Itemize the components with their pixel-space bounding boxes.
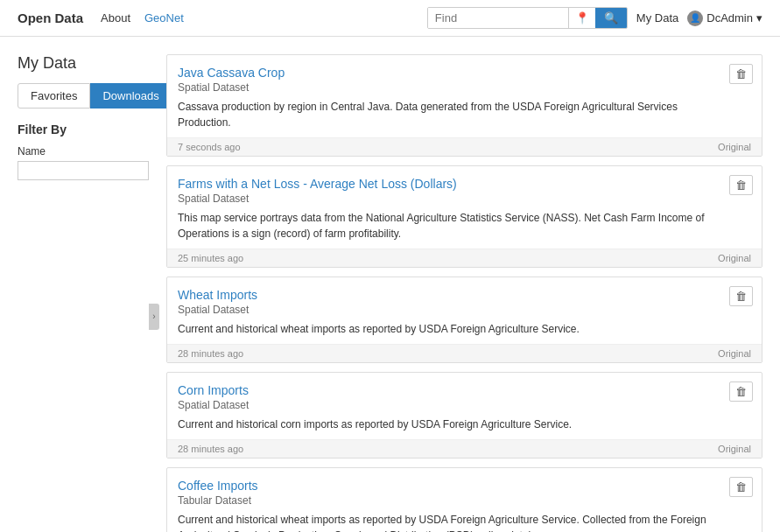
app-header: Open Data About GeoNet 📍 🔍 My Data 👤 DcA… [0,0,780,37]
delete-button[interactable]: 🗑 [729,64,753,84]
delete-button[interactable]: 🗑 [729,477,753,497]
dataset-card: Java Cassava Crop Spatial Dataset Cassav… [166,54,762,157]
header-right: 📍 🔍 My Data 👤 DcAdmin ▾ [427,7,762,29]
filter-name-input[interactable] [18,161,149,180]
filter-name-label: Name [18,145,149,158]
dataset-timestamp: 7 seconds ago [178,142,241,152]
dataset-type: Spatial Dataset [178,399,727,411]
dataset-title[interactable]: Farms with a Net Loss - Average Net Loss… [178,177,727,191]
dataset-title[interactable]: Coffee Imports [178,479,727,493]
tabs: Favorites Downloads [18,83,149,108]
dataset-source: Original [718,348,751,359]
header-nav: About GeoNet [101,11,427,24]
delete-button[interactable]: 🗑 [729,286,753,306]
sidebar: My Data Favorites Downloads Filter By Na… [18,54,149,532]
dataset-card: Corn Imports Spatial Dataset Current and… [166,372,762,458]
tab-favorites[interactable]: Favorites [18,83,90,108]
dataset-title[interactable]: Corn Imports [178,383,727,397]
delete-button[interactable]: 🗑 [729,175,753,195]
dataset-desc: Cassava production by region in Central … [178,99,727,130]
tab-downloads[interactable]: Downloads [90,83,172,108]
dataset-card: Coffee Imports Tabular Dataset Current a… [166,467,762,532]
dataset-timestamp: 28 minutes ago [178,444,243,454]
sidebar-title: My Data [18,54,149,73]
dataset-card-footer: 7 seconds ago Original [167,137,762,156]
dataset-card-body: Java Cassava Crop Spatial Dataset Cassav… [167,55,762,137]
dataset-card-body: Wheat Imports Spatial Dataset Current an… [167,277,762,344]
my-data-link[interactable]: My Data [636,11,678,24]
dataset-card-footer: 28 minutes ago Original [167,439,762,458]
nav-about[interactable]: About [101,11,130,24]
dataset-desc: This map service portrays data from the … [178,210,727,242]
dataset-card: Wheat Imports Spatial Dataset Current an… [166,276,762,363]
user-dropdown-icon: ▾ [756,11,762,24]
dataset-type: Spatial Dataset [178,81,727,94]
collapse-handle[interactable]: › [149,304,159,330]
user-menu[interactable]: 👤 DcAdmin ▾ [687,10,762,26]
dataset-desc: Current and historical corn imports as r… [178,416,727,432]
dataset-desc: Current and historical wheat imports as … [178,321,727,337]
search-container: 📍 🔍 [427,7,628,29]
main-layout: My Data Favorites Downloads Filter By Na… [0,37,780,532]
dataset-timestamp: 25 minutes ago [178,253,243,263]
search-input[interactable] [428,8,568,28]
filter-section: Filter By Name [18,122,149,180]
dataset-card-footer: 25 minutes ago Original [167,248,762,267]
user-icon: 👤 [687,10,703,26]
dataset-card-body: Corn Imports Spatial Dataset Current and… [167,373,762,439]
nav-geonet[interactable]: GeoNet [144,11,184,24]
app-logo: Open Data [18,10,83,25]
dataset-type: Spatial Dataset [178,304,727,316]
location-button[interactable]: 📍 [568,8,595,28]
user-label: DcAdmin [706,11,753,24]
dataset-card: Farms with a Net Loss - Average Net Loss… [166,165,762,268]
dataset-source: Original [718,253,751,263]
delete-button[interactable]: 🗑 [729,382,753,402]
dataset-card-footer: 28 minutes ago Original [167,344,762,362]
dataset-title[interactable]: Wheat Imports [178,288,727,302]
dataset-timestamp: 28 minutes ago [178,348,243,359]
dataset-title[interactable]: Java Cassava Crop [178,66,727,80]
dataset-card-body: Coffee Imports Tabular Dataset Current a… [167,468,762,532]
dataset-type: Spatial Dataset [178,192,727,205]
dataset-type: Tabular Dataset [178,494,727,507]
dataset-desc: Current and historical wheat imports as … [178,512,727,532]
search-button[interactable]: 🔍 [595,8,627,28]
dataset-source: Original [718,444,751,454]
dataset-source: Original [718,142,751,152]
filter-title: Filter By [18,122,149,136]
content-area: Java Cassava Crop Spatial Dataset Cassav… [166,54,762,532]
dataset-card-body: Farms with a Net Loss - Average Net Loss… [167,166,762,248]
